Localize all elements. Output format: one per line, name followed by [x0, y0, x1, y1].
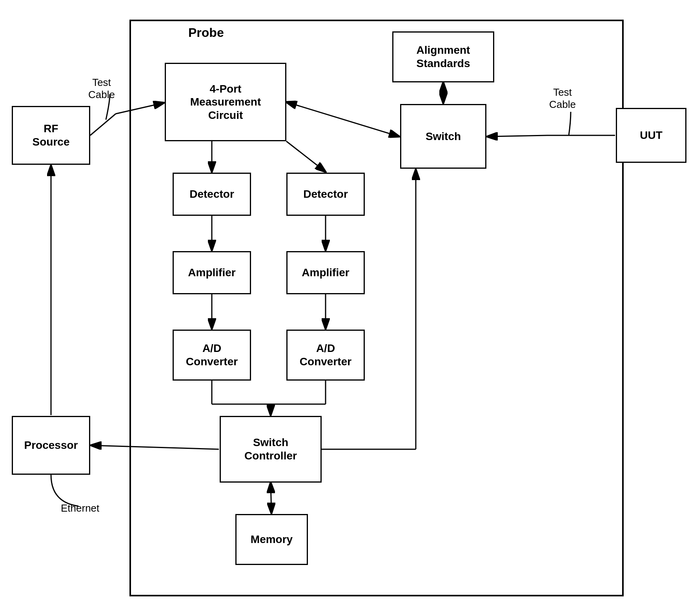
ad2-block: A/D Converter	[286, 330, 365, 381]
ad1-label: A/D Converter	[186, 342, 238, 368]
switch-controller-label: Switch Controller	[244, 436, 297, 462]
detector2-label: Detector	[303, 188, 348, 201]
ad2-label: A/D Converter	[300, 342, 351, 368]
uut-block: UUT	[616, 108, 686, 163]
test-cable-right-label: TestCable	[549, 86, 576, 111]
switch-label: Switch	[426, 130, 461, 143]
alignment-block: Alignment Standards	[392, 31, 494, 82]
memory-block: Memory	[235, 514, 308, 565]
four-port-block: 4-Port Measurement Circuit	[165, 63, 286, 141]
amplifier1-label: Amplifier	[188, 266, 235, 279]
ad1-block: A/D Converter	[173, 330, 251, 381]
amplifier2-block: Amplifier	[286, 251, 365, 294]
test-cable-left-label: TestCable	[88, 77, 115, 101]
four-port-label: 4-Port Measurement Circuit	[190, 82, 261, 122]
svg-line-2	[90, 114, 116, 135]
processor-label: Processor	[24, 439, 78, 452]
amplifier2-label: Amplifier	[302, 266, 349, 279]
diagram: Probe RF Source 4-Port Measurement Circu…	[0, 0, 699, 616]
uut-label: UUT	[640, 129, 663, 142]
switch-block: Switch	[400, 104, 486, 169]
memory-label: Memory	[251, 533, 293, 546]
alignment-label: Alignment Standards	[417, 44, 470, 70]
rf-source-label: RF Source	[33, 122, 70, 148]
probe-label: Probe	[188, 26, 224, 40]
detector1-block: Detector	[173, 173, 251, 216]
detector1-label: Detector	[189, 188, 234, 201]
rf-source-block: RF Source	[12, 106, 90, 165]
switch-controller-block: Switch Controller	[220, 416, 322, 483]
processor-block: Processor	[12, 416, 90, 475]
amplifier1-block: Amplifier	[173, 251, 251, 294]
ethernet-label: Ethernet	[61, 502, 99, 514]
detector2-block: Detector	[286, 173, 365, 216]
